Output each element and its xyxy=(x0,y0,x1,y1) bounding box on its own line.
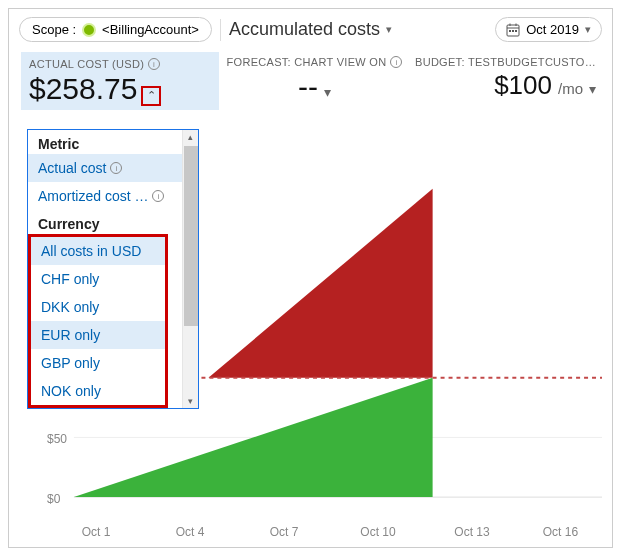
metric-header: Metric xyxy=(28,130,182,154)
y-tick-50: $50 xyxy=(47,432,67,446)
forecast-card[interactable]: FORECAST: CHART VIEW ON i -- ▾ xyxy=(223,56,405,110)
x-axis-labels: Oct 1 Oct 4 Oct 7 Oct 10 Oct 13 Oct 16 xyxy=(49,525,602,539)
x-tick: Oct 1 xyxy=(49,525,143,539)
collapse-metric-button[interactable]: ⌃ xyxy=(141,86,161,106)
date-label: Oct 2019 xyxy=(526,22,579,37)
budget-unit: /mo xyxy=(558,80,583,97)
info-icon[interactable]: i xyxy=(390,56,402,68)
x-tick: Oct 13 xyxy=(425,525,519,539)
info-icon[interactable]: i xyxy=(152,190,164,202)
forecast-value: -- xyxy=(298,70,318,104)
actual-cost-value: $258.75 xyxy=(29,72,137,106)
date-range-selector[interactable]: Oct 2019 ▾ xyxy=(495,17,602,42)
currency-option[interactable]: GBP only xyxy=(31,349,165,377)
forecast-label: FORECAST: CHART VIEW ON i xyxy=(223,56,405,68)
budget-value: $100 xyxy=(494,70,552,101)
budget-card[interactable]: BUDGET: TESTBUDGETCUSTO… $100 /mo ▾ xyxy=(414,56,596,110)
actual-cost-label: ACTUAL COST (USD) i xyxy=(29,58,211,70)
currency-option[interactable]: NOK only xyxy=(31,377,165,405)
x-tick: Oct 16 xyxy=(519,525,602,539)
x-tick: Oct 4 xyxy=(143,525,237,539)
info-icon[interactable]: i xyxy=(110,162,122,174)
currency-option[interactable]: All costs in USD xyxy=(31,237,165,265)
calendar-icon xyxy=(506,23,520,37)
chevron-down-icon: ▾ xyxy=(386,23,392,36)
metric-option[interactable]: Amortized cost …i xyxy=(28,182,182,210)
scope-value: <BillingAccount> xyxy=(102,22,199,37)
currency-header: Currency xyxy=(28,210,182,234)
budget-label: BUDGET: TESTBUDGETCUSTO… xyxy=(414,56,596,68)
currency-option[interactable]: EUR only xyxy=(31,321,165,349)
x-tick: Oct 10 xyxy=(331,525,425,539)
area-over-budget xyxy=(208,189,432,378)
chevron-down-icon: ▾ xyxy=(585,23,591,36)
info-icon[interactable]: i xyxy=(148,58,160,70)
chevron-down-icon: ▾ xyxy=(324,84,331,100)
view-selector[interactable]: Accumulated costs ▾ xyxy=(229,19,487,40)
scrollbar[interactable]: ▴ ▾ xyxy=(182,130,198,408)
view-label: Accumulated costs xyxy=(229,19,380,40)
actual-cost-card[interactable]: ACTUAL COST (USD) i $258.75 ⌃ xyxy=(21,52,219,110)
metric-currency-dropdown: ▴ ▾ Metric Actual costiAmortized cost …i… xyxy=(27,129,199,409)
currency-option[interactable]: DKK only xyxy=(31,293,165,321)
currency-option[interactable]: CHF only xyxy=(31,265,165,293)
divider xyxy=(220,19,221,41)
scroll-down-icon[interactable]: ▾ xyxy=(186,394,195,408)
scope-label: Scope : xyxy=(32,22,76,37)
metric-option[interactable]: Actual costi xyxy=(28,154,182,182)
svg-rect-6 xyxy=(515,30,517,32)
scroll-up-icon[interactable]: ▴ xyxy=(186,130,195,144)
currency-list-highlight: All costs in USDCHF onlyDKK onlyEUR only… xyxy=(28,234,168,408)
svg-rect-5 xyxy=(512,30,514,32)
svg-rect-4 xyxy=(509,30,511,32)
x-tick: Oct 7 xyxy=(237,525,331,539)
scope-icon xyxy=(82,23,96,37)
scope-selector[interactable]: Scope : <BillingAccount> xyxy=(19,17,212,42)
y-tick-0: $0 xyxy=(47,492,60,506)
scroll-thumb[interactable] xyxy=(184,146,198,326)
chevron-down-icon: ▾ xyxy=(589,81,596,97)
